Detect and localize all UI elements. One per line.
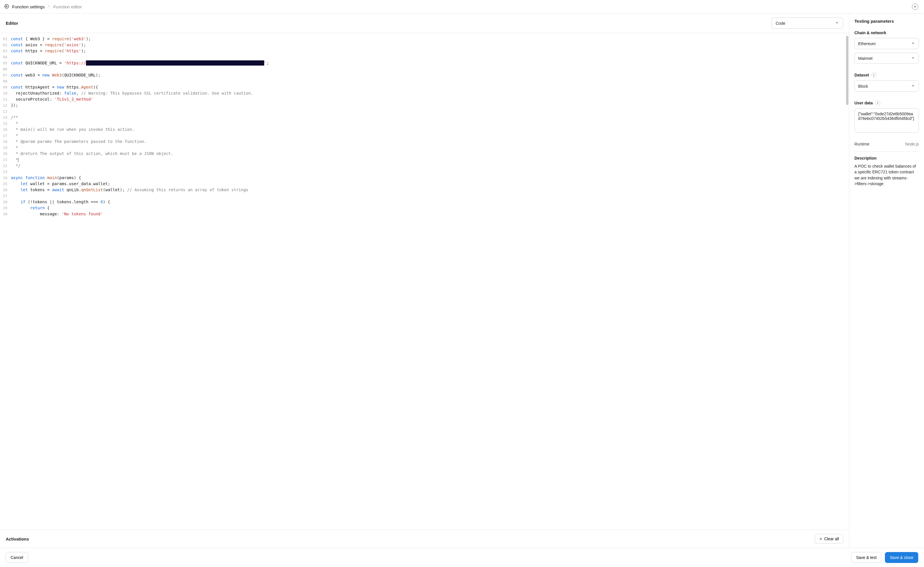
info-icon[interactable]: i xyxy=(875,100,880,105)
description-label: Description xyxy=(854,156,919,160)
breadcrumb-settings[interactable]: Function settings xyxy=(12,4,45,9)
cancel-button[interactable]: Cancel xyxy=(6,552,28,563)
divider xyxy=(854,152,919,152)
activations-title: Activations xyxy=(6,537,29,542)
line-gutter: 0102030405060708091011121314151617181920… xyxy=(0,33,10,220)
code-lines[interactable]: const { Web3 } = require('web3');const a… xyxy=(10,33,849,220)
dataset-select[interactable]: Block xyxy=(854,81,919,92)
userdata-input[interactable]: {"wallet":"0xde27d2e6b5009ead76ebc07452b… xyxy=(854,108,919,132)
save-close-button[interactable]: Save & close xyxy=(885,552,918,563)
clear-all-button[interactable]: Clear all xyxy=(815,534,843,544)
dataset-label: Dataset i xyxy=(854,72,919,78)
chain-value: Ethereum xyxy=(858,41,876,46)
runtime-value: Node.js xyxy=(905,142,919,146)
runtime-label: Runtime xyxy=(854,142,869,146)
info-icon[interactable]: i xyxy=(872,72,877,78)
breadcrumb: Function settings Function editor xyxy=(0,0,924,14)
clear-all-label: Clear all xyxy=(824,537,839,541)
save-test-button[interactable]: Save & test xyxy=(851,552,882,563)
description-text: A POC to check wallet balances of a spec… xyxy=(854,164,919,187)
userdata-label: User data i xyxy=(854,100,919,105)
chevron-down-icon xyxy=(911,84,915,88)
testing-panel-title: Testing parameters xyxy=(854,19,919,24)
chevron-down-icon xyxy=(835,21,839,26)
testing-panel: Testing parameters Chain & network Ether… xyxy=(849,14,924,548)
scrollbar-vertical[interactable] xyxy=(846,36,848,105)
editor-title: Editor xyxy=(6,21,18,26)
dataset-value: Block xyxy=(858,84,868,88)
chevron-down-icon xyxy=(911,56,915,61)
network-select[interactable]: Mainnet xyxy=(854,52,919,64)
view-select-value: Code xyxy=(776,21,785,26)
close-button[interactable] xyxy=(912,3,918,10)
chevron-down-icon xyxy=(911,41,915,46)
network-value: Mainnet xyxy=(858,56,873,61)
back-icon[interactable] xyxy=(4,4,9,10)
chain-select[interactable]: Ethereum xyxy=(854,38,919,49)
view-select[interactable]: Code xyxy=(771,18,843,29)
code-editor[interactable]: 0102030405060708091011121314151617181920… xyxy=(0,33,849,530)
breadcrumb-editor: Function editor xyxy=(53,4,82,9)
chain-network-label: Chain & network xyxy=(854,30,919,35)
x-icon xyxy=(819,537,822,540)
chevron-right-icon xyxy=(47,4,50,9)
